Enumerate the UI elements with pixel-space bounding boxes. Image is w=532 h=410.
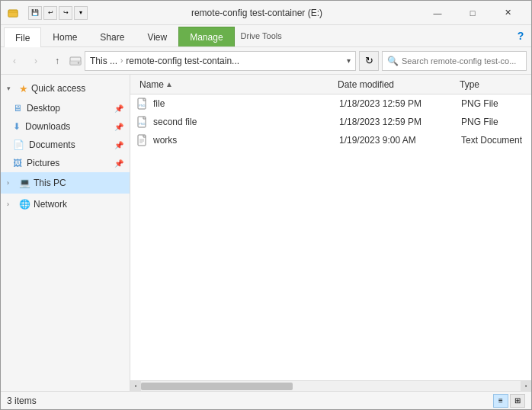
table-row[interactable]: works 1/19/2023 9:00 AM Text Document [130, 131, 531, 149]
pin-icon: 📌 [114, 159, 123, 168]
sort-arrow-icon: ▲ [165, 80, 173, 88]
quick-access-save-btn[interactable]: 💾 [28, 6, 42, 20]
scroll-right-button[interactable]: › [521, 381, 531, 392]
quick-access-undo-btn[interactable]: ↩ [43, 6, 57, 20]
chevron-right-icon: › [7, 179, 16, 187]
file-type: Text Document [461, 135, 525, 146]
ribbon-tabs: File Home Share View Manage Drive Tools [1, 25, 282, 46]
search-box[interactable]: 🔍 [382, 51, 527, 71]
tab-file[interactable]: File [4, 27, 41, 47]
table-row[interactable]: PNG second file 1/18/2023 12:59 PM PNG F… [130, 113, 531, 131]
svg-rect-9 [138, 135, 146, 146]
tab-share[interactable]: Share [88, 27, 136, 46]
up-button[interactable]: ↑ [48, 52, 66, 70]
file-type: PNG File [461, 117, 525, 127]
sidebar-item-label: Pictures [27, 158, 110, 168]
title-bar-quick-access: 💾 ↩ ↪ ▾ [28, 6, 88, 20]
file-list-body: PNG file 1/18/2023 12:59 PM PNG File PNG [130, 94, 531, 380]
sidebar-item-label: Documents [29, 139, 110, 150]
downloads-icon: ⬇ [13, 121, 21, 132]
sidebar-item-label: Desktop [27, 103, 110, 114]
close-button[interactable]: ✕ [490, 1, 525, 25]
main-content: ▾ ★ Quick access 🖥 Desktop 📌 ⬇ Downloads… [1, 75, 531, 391]
desktop-icon: 🖥 [13, 103, 22, 114]
sidebar-item-label: Downloads [25, 121, 110, 132]
sidebar-item-downloads[interactable]: ⬇ Downloads 📌 [1, 117, 130, 136]
tab-home[interactable]: Home [41, 27, 88, 46]
sidebar-item-label: This PC [34, 178, 66, 188]
col-header-name[interactable]: Name ▲ [136, 79, 335, 90]
png-file-icon: PNG [136, 116, 149, 128]
quick-access-redo-btn[interactable]: ↪ [59, 6, 72, 20]
pin-icon: 📌 [114, 141, 123, 149]
quick-access-dropdown-btn[interactable]: ▾ [74, 6, 88, 20]
svg-text:PNG: PNG [139, 122, 146, 126]
title-bar-controls [7, 7, 22, 19]
file-date: 1/18/2023 12:59 PM [339, 117, 461, 127]
col-header-date[interactable]: Date modified [335, 79, 457, 90]
path-dropdown-btn[interactable]: ▾ [347, 56, 351, 65]
sidebar-item-documents[interactable]: 📄 Documents 📌 [1, 136, 130, 154]
ribbon-tabs-row: File Home Share View Manage Drive Tools [1, 25, 531, 46]
pin-icon: 📌 [114, 123, 123, 131]
path-this-pc: This ... [90, 56, 117, 66]
sidebar-item-desktop[interactable]: 🖥 Desktop 📌 [1, 99, 130, 117]
sidebar-item-this-pc[interactable]: › 💻 This PC [1, 172, 130, 194]
address-path[interactable]: This ... › remote-config test-contain...… [85, 51, 356, 71]
ribbon: File Home Share View Manage Drive Tools [1, 25, 531, 47]
help-button[interactable]: ? [510, 25, 531, 46]
window-title: remote-config test-container (E:) [94, 8, 420, 18]
scroll-track[interactable] [141, 381, 521, 392]
address-bar: ‹ › ↑ This ... › remote-config test-cont… [1, 47, 531, 75]
scroll-thumb[interactable] [141, 383, 293, 390]
svg-rect-1 [8, 12, 18, 17]
file-date: 1/19/2023 9:00 AM [339, 135, 461, 146]
maximize-button[interactable]: □ [455, 1, 490, 25]
refresh-button[interactable]: ↻ [359, 51, 379, 71]
sidebar-item-pictures[interactable]: 🖼 Pictures 📌 [1, 154, 130, 172]
minimize-button[interactable]: — [420, 1, 455, 25]
path-sep-1: › [120, 56, 123, 65]
this-pc-icon: 💻 [19, 178, 30, 188]
table-row[interactable]: PNG file 1/18/2023 12:59 PM PNG File [130, 94, 531, 113]
network-icon: 🌐 [19, 199, 30, 210]
file-name: second file [153, 117, 339, 127]
path-container: remote-config test-contain... [126, 56, 239, 66]
view-large-icons-button[interactable]: ⊞ [510, 394, 525, 408]
view-details-button[interactable]: ≡ [493, 394, 508, 408]
png-file-icon: PNG [136, 98, 149, 110]
view-buttons: ≡ ⊞ [493, 394, 525, 408]
tab-view[interactable]: View [136, 27, 178, 46]
file-date: 1/18/2023 12:59 PM [339, 98, 461, 109]
tab-manage[interactable]: Manage [178, 27, 234, 46]
chevron-down-icon: ▾ [7, 85, 16, 92]
file-list: Name ▲ Date modified Type [130, 75, 531, 391]
ribbon-context-label: Drive Tools [241, 31, 282, 40]
file-name: works [153, 135, 339, 146]
file-name: file [153, 98, 339, 109]
sidebar-item-label: Quick access [31, 83, 85, 94]
forward-button[interactable]: › [27, 52, 45, 70]
drive-path-icon [69, 56, 82, 66]
scroll-left-button[interactable]: ‹ [130, 381, 141, 392]
pin-icon: 📌 [114, 104, 123, 113]
back-button[interactable]: ‹ [5, 52, 24, 70]
horizontal-scrollbar[interactable]: ‹ › [130, 380, 531, 391]
documents-icon: 📄 [13, 139, 24, 150]
search-icon: 🔍 [387, 56, 399, 66]
pictures-icon: 🖼 [13, 158, 22, 168]
sidebar: ▾ ★ Quick access 🖥 Desktop 📌 ⬇ Downloads… [1, 75, 130, 391]
col-header-type[interactable]: Type [457, 79, 525, 90]
sidebar-item-quick-access[interactable]: ▾ ★ Quick access [1, 78, 130, 99]
file-type: PNG File [461, 98, 525, 109]
title-bar: 💾 ↩ ↪ ▾ remote-config test-container (E:… [1, 1, 531, 25]
chevron-right-icon: › [7, 200, 16, 208]
sidebar-item-label: Network [34, 199, 67, 210]
search-input[interactable] [402, 56, 521, 66]
svg-text:PNG: PNG [139, 104, 146, 107]
svg-point-4 [78, 62, 79, 63]
status-bar: 3 items ≡ ⊞ [1, 391, 531, 409]
sidebar-item-network[interactable]: › 🌐 Network [1, 194, 130, 215]
window-icon [7, 7, 19, 19]
txt-file-icon [136, 134, 149, 146]
